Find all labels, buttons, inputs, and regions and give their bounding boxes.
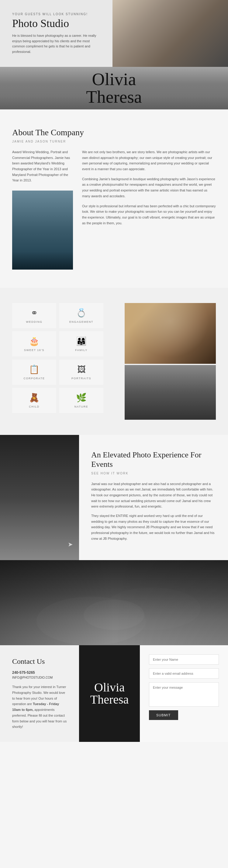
engagement-icon: 💍 xyxy=(76,308,87,318)
contact-email: INFO@PHOTOSTUDIO.COM xyxy=(12,676,67,679)
nature-icon: 🌿 xyxy=(76,393,87,403)
submit-button[interactable]: Submit xyxy=(149,710,178,720)
hero-title: Photo Studio xyxy=(12,18,103,30)
name-input[interactable] xyxy=(149,654,219,665)
wedding-label: WEDDING xyxy=(26,320,42,323)
services-images xyxy=(125,303,216,420)
contact-form: Submit xyxy=(140,645,228,742)
events-para1: Jamal was our lead photographer and we a… xyxy=(91,481,216,509)
hero-background-image xyxy=(112,0,228,67)
services-section: ⚭ WEDDING 💍 ENGAGEMENT 🎂 SWEET 16'S 👨‍👩‍… xyxy=(0,288,228,435)
corporate-icon: 📋 xyxy=(29,364,39,374)
handshake-section xyxy=(0,560,228,645)
svg-point-1 xyxy=(36,597,146,645)
contact-cursive-name: Olivia Theresa xyxy=(90,681,129,706)
corporate-label: CORPORATE xyxy=(24,377,45,380)
engagement-label: ENGAGEMENT xyxy=(69,320,93,323)
events-section: ➤ An Elevated Photo Experience For Event… xyxy=(0,435,228,560)
contact-section: Contact Us 240-575-5265 INFO@PHOTOSTUDIO… xyxy=(0,645,228,742)
handshake-decoration xyxy=(0,560,228,645)
about-grid: Award Winning Wedding, Portrait and Comm… xyxy=(12,149,216,270)
events-image: ➤ xyxy=(0,435,79,560)
nature-label: NATURE xyxy=(75,405,88,408)
about-section: About The Company JAMIE AND JASON TURNER… xyxy=(0,110,228,288)
family-label: FAMILY xyxy=(75,349,87,352)
about-image xyxy=(12,191,73,270)
about-title: About The Company xyxy=(12,128,216,137)
message-textarea[interactable] xyxy=(149,682,219,707)
svg-rect-0 xyxy=(0,560,228,645)
service-engagement[interactable]: 💍 ENGAGEMENT xyxy=(59,303,103,328)
sweet16-icon: 🎂 xyxy=(29,336,39,346)
about-intro: Award Winning Wedding, Portrait and Comm… xyxy=(12,149,73,183)
events-subtitle: SEE HOW IT WORK xyxy=(91,472,216,475)
service-child[interactable]: 🧸 CHILD xyxy=(12,388,56,413)
contact-grid: Contact Us 240-575-5265 INFO@PHOTOSTUDIO… xyxy=(0,645,228,742)
contact-info: Contact Us 240-575-5265 INFO@PHOTOSTUDIO… xyxy=(0,645,79,742)
service-wedding[interactable]: ⚭ WEDDING xyxy=(12,303,56,328)
events-para2: They stayed the ENTIRE night and worked … xyxy=(91,513,216,541)
contact-phone: 240-575-5265 xyxy=(12,671,67,675)
svg-point-3 xyxy=(84,600,144,630)
sweet16-label: SWEET 16'S xyxy=(24,349,45,352)
events-title: An Elevated Photo Experience For Events xyxy=(91,450,216,469)
service-sweet16[interactable]: 🎂 SWEET 16'S xyxy=(12,331,56,356)
about-para1: We are not only two brothers, we are sto… xyxy=(82,149,216,172)
contact-title: Contact Us xyxy=(12,657,67,665)
about-names: JAMIE AND JASON TURNER xyxy=(12,140,216,143)
child-icon: 🧸 xyxy=(29,393,39,403)
portrait-image-bottom xyxy=(125,365,216,420)
service-portraits[interactable]: 🖼 PORTRAITS xyxy=(59,360,103,385)
hero-subtitle: YOUR GUESTS WILL LOOK STUNNING! xyxy=(12,12,103,16)
child-label: CHILD xyxy=(29,405,39,408)
name-banner: Olivia Theresa xyxy=(0,67,228,110)
services-grid: ⚭ WEDDING 💍 ENGAGEMENT 🎂 SWEET 16'S 👨‍👩‍… xyxy=(12,303,103,413)
wedding-icon: ⚭ xyxy=(31,308,38,318)
hero-description: He is blessed to have photography as a c… xyxy=(12,33,103,54)
contact-hours-bold: Tuesday - Friday 10am to 6pm, xyxy=(12,702,59,711)
contact-logo: Olivia Theresa xyxy=(79,645,140,742)
portraits-label: PORTRAITS xyxy=(72,377,91,380)
portraits-icon: 🖼 xyxy=(77,364,86,374)
service-nature[interactable]: 🌿 NATURE xyxy=(59,388,103,413)
contact-description: Thank you for your interest in Turner Ph… xyxy=(12,684,67,730)
portrait-image-top xyxy=(125,303,216,364)
about-text-block: We are not only two brothers, we are sto… xyxy=(82,149,216,226)
events-arrow-icon: ➤ xyxy=(68,541,73,548)
about-para2: Combining Jamie's background in boutique… xyxy=(82,176,216,199)
svg-point-2 xyxy=(103,587,201,630)
service-corporate[interactable]: 📋 CORPORATE xyxy=(12,360,56,385)
family-icon: 👨‍👩‍👧 xyxy=(76,336,87,346)
hero-section: YOUR GUESTS WILL LOOK STUNNING! Photo St… xyxy=(0,0,228,67)
service-family[interactable]: 👨‍👩‍👧 FAMILY xyxy=(59,331,103,356)
studio-name: Olivia Theresa xyxy=(86,70,142,106)
hero-content: YOUR GUESTS WILL LOOK STUNNING! Photo St… xyxy=(0,3,116,64)
events-content: An Elevated Photo Experience For Events … xyxy=(79,435,228,560)
email-input[interactable] xyxy=(149,668,219,679)
about-para3: Our style is professional but informal a… xyxy=(82,203,216,226)
